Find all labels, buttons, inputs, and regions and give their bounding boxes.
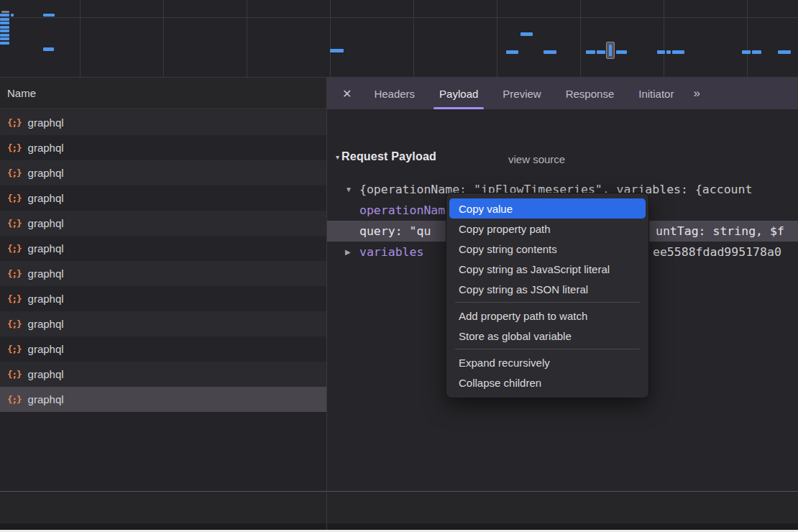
overview-request-bar (616, 50, 627, 54)
overview-request-bar (0, 34, 9, 37)
network-request-row[interactable]: {;}graphql (0, 211, 326, 236)
json-icon: {;} (7, 318, 22, 329)
menu-item[interactable]: Copy string contents (446, 239, 648, 259)
request-name: graphql (28, 167, 64, 179)
network-request-row[interactable]: {;}graphql (0, 311, 326, 336)
overview-request-bar (666, 50, 671, 54)
overview-request-bar (11, 14, 14, 17)
network-request-row[interactable]: {;}graphql (0, 261, 326, 286)
overview-request-bar (586, 50, 595, 54)
overview-request-bar (0, 22, 9, 24)
request-name: graphql (28, 242, 64, 254)
tab-payload[interactable]: Payload (427, 78, 490, 109)
menu-item[interactable]: Store as global variable (446, 326, 648, 346)
overview-request-bar (597, 50, 605, 54)
overview-request-bar (330, 49, 344, 52)
overview-request-bar (778, 50, 791, 54)
devtools-network-panel: Name {;}graphql{;}graphql{;}graphql{;}gr… (0, 0, 798, 532)
menu-item[interactable]: Expand recursively (446, 352, 648, 372)
network-request-row[interactable]: {;}graphql (0, 286, 326, 311)
panel-divider[interactable] (326, 78, 327, 530)
tab-initiator[interactable]: Initiator (626, 78, 686, 109)
request-list: {;}graphql{;}graphql{;}graphql{;}graphql… (0, 110, 326, 412)
request-name: graphql (28, 267, 64, 280)
overview-request-bar (657, 50, 665, 54)
json-icon: {;} (7, 268, 22, 279)
overview-gridline (413, 0, 414, 77)
request-name: graphql (28, 368, 64, 380)
section-collapse-icon[interactable]: ▾ (336, 153, 339, 161)
network-request-row[interactable]: {;}graphql (0, 110, 326, 135)
overview-gridline (0, 17, 798, 18)
network-request-row[interactable]: {;}graphql (0, 387, 326, 412)
overview-selected-request-bar (609, 45, 612, 56)
overview-request-bar (1, 11, 9, 13)
json-icon: {;} (7, 243, 22, 254)
key-separator: : (395, 224, 410, 238)
close-icon[interactable]: ✕ (342, 87, 352, 101)
json-icon: {;} (7, 218, 22, 229)
overview-request-bar (0, 14, 9, 17)
overview-request-bar (43, 14, 55, 17)
overview-request-bar (742, 50, 751, 54)
request-name: graphql (28, 293, 64, 305)
overview-gridline (664, 0, 664, 77)
overview-request-bar (752, 50, 761, 54)
request-name: graphql (28, 393, 64, 405)
context-menu: Copy valueCopy property pathCopy string … (446, 193, 649, 398)
overview-request-bar (672, 50, 684, 54)
request-name: graphql (28, 343, 64, 355)
request-list-panel: Name {;}graphql{;}graphql{;}graphql{;}gr… (0, 78, 326, 532)
overview-gridline (330, 0, 331, 77)
menu-separator (455, 349, 640, 349)
request-payload-section-header[interactable]: ▾ Request Payload (336, 150, 436, 163)
menu-item[interactable]: Copy property path (446, 219, 648, 239)
property-key: operationName (359, 203, 452, 217)
network-request-row[interactable]: {;}graphql (0, 336, 326, 362)
section-title: Request Payload (341, 150, 436, 163)
expander-icon[interactable]: ▼ (345, 185, 352, 193)
network-request-row[interactable]: {;}graphql (0, 362, 326, 387)
menu-item[interactable]: Add property path to watch (446, 306, 648, 326)
network-request-row[interactable]: {;}graphql (0, 185, 326, 211)
json-icon: {;} (7, 394, 22, 405)
name-column-header[interactable]: Name (0, 78, 326, 109)
overview-gridline (80, 0, 81, 77)
overview-request-bar (0, 29, 9, 32)
json-icon: {;} (7, 117, 22, 128)
overview-request-bar (506, 50, 518, 54)
window-bottom-edge (0, 523, 798, 530)
property-key: query (359, 224, 395, 238)
property-value: "qu (410, 224, 431, 238)
json-icon: {;} (7, 142, 22, 153)
network-overview[interactable] (0, 0, 798, 78)
overview-request-bar (0, 42, 9, 45)
network-request-row[interactable]: {;}graphql (0, 160, 326, 185)
network-request-row[interactable]: {;}graphql (0, 236, 326, 261)
network-request-row[interactable]: {;}graphql (0, 135, 326, 160)
summary-bar-divider (0, 491, 798, 492)
more-tabs-icon[interactable]: » (693, 86, 698, 101)
request-name: graphql (28, 116, 64, 129)
tab-headers[interactable]: Headers (362, 78, 427, 109)
request-name: graphql (28, 318, 64, 330)
view-source-link[interactable]: view source (508, 153, 565, 165)
menu-item[interactable]: Copy string as JavaScript literal (446, 259, 648, 279)
menu-separator (455, 302, 640, 303)
expander-icon[interactable]: ▶ (345, 248, 351, 256)
property-value-continued: untTag: string, $f (656, 221, 784, 242)
json-icon: {;} (7, 293, 22, 304)
tab-response[interactable]: Response (554, 78, 627, 109)
overview-gridline (580, 0, 581, 77)
overview-request-bar (0, 37, 9, 40)
overview-gridline (247, 0, 247, 77)
overview-request-bar (544, 50, 556, 54)
tab-preview[interactable]: Preview (490, 78, 553, 109)
menu-item[interactable]: Copy value (449, 198, 646, 219)
menu-item[interactable]: Collapse children (446, 372, 648, 393)
menu-item[interactable]: Copy string as JSON literal (446, 279, 648, 299)
json-icon: {;} (7, 344, 22, 354)
overview-request-bar (0, 26, 9, 29)
request-name: graphql (28, 217, 64, 229)
json-icon: {;} (7, 168, 22, 178)
